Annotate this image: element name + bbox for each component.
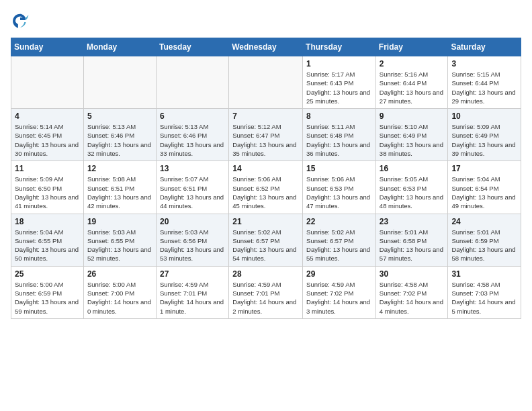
day-info: Sunrise: 5:06 AM Sunset: 6:52 PM Dayligh…	[232, 175, 299, 210]
day-number: 14	[232, 164, 299, 173]
page-header	[11, 11, 521, 30]
calendar-cell: 22Sunrise: 5:02 AM Sunset: 6:57 PM Dayli…	[303, 214, 376, 266]
day-info: Sunrise: 5:02 AM Sunset: 6:57 PM Dayligh…	[232, 228, 299, 263]
day-info: Sunrise: 4:59 AM Sunset: 7:01 PM Dayligh…	[160, 280, 225, 316]
day-info: Sunrise: 5:12 AM Sunset: 6:47 PM Dayligh…	[232, 122, 299, 158]
day-number: 13	[160, 164, 225, 173]
col-header-tuesday: Tuesday	[156, 38, 228, 56]
day-info: Sunrise: 5:00 AM Sunset: 7:00 PM Dayligh…	[87, 280, 152, 316]
calendar-cell: 1Sunrise: 5:17 AM Sunset: 6:43 PM Daylig…	[303, 56, 376, 109]
day-info: Sunrise: 5:11 AM Sunset: 6:48 PM Dayligh…	[306, 122, 372, 158]
col-header-monday: Monday	[83, 38, 156, 56]
day-number: 6	[160, 111, 225, 121]
day-info: Sunrise: 5:04 AM Sunset: 6:54 PM Dayligh…	[451, 175, 517, 210]
day-info: Sunrise: 5:03 AM Sunset: 6:55 PM Dayligh…	[87, 228, 152, 263]
day-number: 19	[87, 217, 152, 226]
day-info: Sunrise: 5:01 AM Sunset: 6:58 PM Dayligh…	[380, 228, 445, 263]
day-info: Sunrise: 4:59 AM Sunset: 7:01 PM Dayligh…	[232, 280, 299, 316]
day-number: 9	[380, 111, 445, 121]
calendar-cell: 12Sunrise: 5:08 AM Sunset: 6:51 PM Dayli…	[83, 161, 156, 214]
day-info: Sunrise: 5:00 AM Sunset: 6:59 PM Dayligh…	[15, 280, 80, 316]
day-info: Sunrise: 5:13 AM Sunset: 6:46 PM Dayligh…	[160, 122, 225, 158]
calendar-header-row: SundayMondayTuesdayWednesdayThursdayFrid…	[11, 38, 521, 56]
day-info: Sunrise: 5:14 AM Sunset: 6:45 PM Dayligh…	[15, 122, 80, 158]
calendar-cell: 27Sunrise: 4:59 AM Sunset: 7:01 PM Dayli…	[156, 266, 228, 318]
calendar-cell: 18Sunrise: 5:04 AM Sunset: 6:55 PM Dayli…	[11, 214, 84, 266]
day-info: Sunrise: 4:59 AM Sunset: 7:02 PM Dayligh…	[306, 280, 372, 316]
day-number: 23	[380, 217, 445, 226]
logo	[11, 11, 32, 30]
calendar-cell	[156, 56, 228, 109]
logo-icon	[11, 11, 30, 30]
day-info: Sunrise: 5:13 AM Sunset: 6:46 PM Dayligh…	[87, 122, 152, 158]
day-info: Sunrise: 5:04 AM Sunset: 6:55 PM Dayligh…	[15, 228, 80, 263]
calendar-cell: 30Sunrise: 4:58 AM Sunset: 7:02 PM Dayli…	[375, 266, 448, 318]
calendar-cell: 23Sunrise: 5:01 AM Sunset: 6:58 PM Dayli…	[375, 214, 448, 266]
calendar-cell: 9Sunrise: 5:10 AM Sunset: 6:49 PM Daylig…	[375, 109, 448, 161]
day-number: 12	[87, 164, 152, 173]
day-info: Sunrise: 4:58 AM Sunset: 7:02 PM Dayligh…	[380, 280, 445, 316]
day-info: Sunrise: 5:17 AM Sunset: 6:43 PM Dayligh…	[306, 70, 372, 105]
day-number: 8	[306, 111, 372, 121]
day-info: Sunrise: 5:10 AM Sunset: 6:49 PM Dayligh…	[380, 122, 445, 158]
day-info: Sunrise: 4:58 AM Sunset: 7:03 PM Dayligh…	[451, 280, 517, 316]
day-number: 20	[160, 217, 225, 226]
col-header-thursday: Thursday	[303, 38, 376, 56]
calendar-cell: 28Sunrise: 4:59 AM Sunset: 7:01 PM Dayli…	[229, 266, 303, 318]
calendar-cell: 14Sunrise: 5:06 AM Sunset: 6:52 PM Dayli…	[229, 161, 303, 214]
day-number: 27	[160, 269, 225, 279]
col-header-saturday: Saturday	[448, 38, 521, 56]
week-row-3: 11Sunrise: 5:09 AM Sunset: 6:50 PM Dayli…	[11, 161, 521, 214]
day-info: Sunrise: 5:09 AM Sunset: 6:50 PM Dayligh…	[15, 175, 80, 210]
calendar-cell: 20Sunrise: 5:03 AM Sunset: 6:56 PM Dayli…	[156, 214, 228, 266]
calendar-cell: 21Sunrise: 5:02 AM Sunset: 6:57 PM Dayli…	[229, 214, 303, 266]
col-header-wednesday: Wednesday	[229, 38, 303, 56]
calendar-cell: 8Sunrise: 5:11 AM Sunset: 6:48 PM Daylig…	[303, 109, 376, 161]
day-info: Sunrise: 5:05 AM Sunset: 6:53 PM Dayligh…	[380, 175, 445, 210]
col-header-sunday: Sunday	[11, 38, 84, 56]
day-number: 29	[306, 269, 372, 279]
day-info: Sunrise: 5:06 AM Sunset: 6:53 PM Dayligh…	[306, 175, 372, 210]
day-number: 30	[380, 269, 445, 279]
week-row-1: 1Sunrise: 5:17 AM Sunset: 6:43 PM Daylig…	[11, 56, 521, 109]
day-number: 28	[232, 269, 299, 279]
day-number: 11	[15, 164, 80, 173]
calendar-cell: 17Sunrise: 5:04 AM Sunset: 6:54 PM Dayli…	[448, 161, 521, 214]
calendar-cell: 4Sunrise: 5:14 AM Sunset: 6:45 PM Daylig…	[11, 109, 84, 161]
day-number: 25	[15, 269, 80, 279]
day-number: 18	[15, 217, 80, 226]
day-number: 1	[306, 59, 372, 68]
day-number: 21	[232, 217, 299, 226]
calendar-cell: 31Sunrise: 4:58 AM Sunset: 7:03 PM Dayli…	[448, 266, 521, 318]
calendar-cell: 11Sunrise: 5:09 AM Sunset: 6:50 PM Dayli…	[11, 161, 84, 214]
day-number: 4	[15, 111, 80, 121]
calendar-cell: 13Sunrise: 5:07 AM Sunset: 6:51 PM Dayli…	[156, 161, 228, 214]
day-info: Sunrise: 5:16 AM Sunset: 6:44 PM Dayligh…	[380, 70, 445, 105]
day-number: 7	[232, 111, 299, 121]
day-info: Sunrise: 5:15 AM Sunset: 6:44 PM Dayligh…	[451, 70, 517, 105]
day-number: 10	[451, 111, 517, 121]
col-header-friday: Friday	[375, 38, 448, 56]
calendar-cell: 25Sunrise: 5:00 AM Sunset: 6:59 PM Dayli…	[11, 266, 84, 318]
calendar-cell: 29Sunrise: 4:59 AM Sunset: 7:02 PM Dayli…	[303, 266, 376, 318]
day-number: 31	[451, 269, 517, 279]
day-info: Sunrise: 5:03 AM Sunset: 6:56 PM Dayligh…	[160, 228, 225, 263]
day-number: 3	[451, 59, 517, 68]
calendar-cell	[83, 56, 156, 109]
day-info: Sunrise: 5:07 AM Sunset: 6:51 PM Dayligh…	[160, 175, 225, 210]
calendar-cell: 6Sunrise: 5:13 AM Sunset: 6:46 PM Daylig…	[156, 109, 228, 161]
calendar-cell: 24Sunrise: 5:01 AM Sunset: 6:59 PM Dayli…	[448, 214, 521, 266]
day-number: 2	[380, 59, 445, 68]
day-info: Sunrise: 5:02 AM Sunset: 6:57 PM Dayligh…	[306, 228, 372, 263]
day-number: 16	[380, 164, 445, 173]
calendar-cell: 19Sunrise: 5:03 AM Sunset: 6:55 PM Dayli…	[83, 214, 156, 266]
day-info: Sunrise: 5:09 AM Sunset: 6:49 PM Dayligh…	[451, 122, 517, 158]
day-number: 5	[87, 111, 152, 121]
calendar-cell: 2Sunrise: 5:16 AM Sunset: 6:44 PM Daylig…	[375, 56, 448, 109]
day-number: 17	[451, 164, 517, 173]
day-number: 15	[306, 164, 372, 173]
calendar-cell: 15Sunrise: 5:06 AM Sunset: 6:53 PM Dayli…	[303, 161, 376, 214]
day-number: 26	[87, 269, 152, 279]
calendar-cell: 26Sunrise: 5:00 AM Sunset: 7:00 PM Dayli…	[83, 266, 156, 318]
day-info: Sunrise: 5:08 AM Sunset: 6:51 PM Dayligh…	[87, 175, 152, 210]
